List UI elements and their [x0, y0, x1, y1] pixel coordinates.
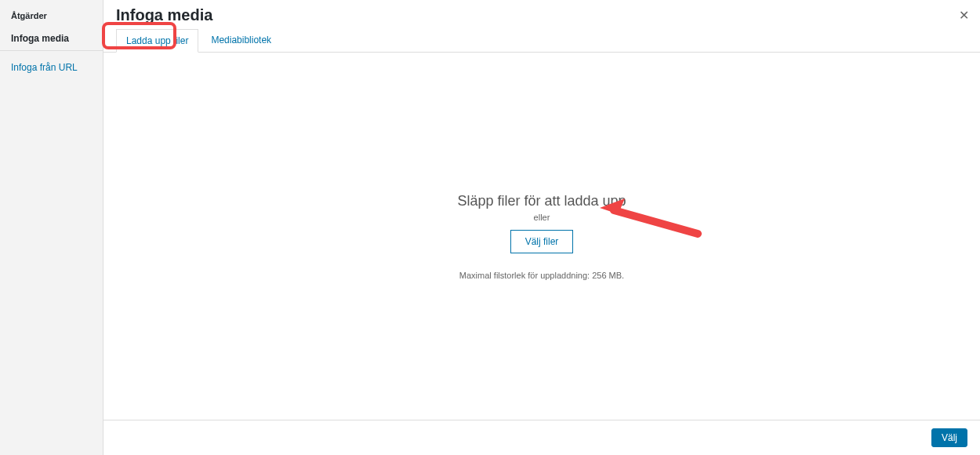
tab-label: Ladda upp filer: [126, 35, 188, 46]
footer: Välj: [103, 420, 980, 455]
page-title: Infoga media: [116, 6, 967, 29]
select-files-button[interactable]: Välj filer: [510, 230, 574, 253]
sidebar-item-label: Infoga media: [11, 33, 69, 44]
sidebar-item-insert-media[interactable]: Infoga media: [0, 27, 103, 51]
close-icon: ✕: [959, 9, 969, 22]
tab-label: Mediabibliotek: [211, 35, 271, 46]
close-button[interactable]: ✕: [956, 6, 972, 25]
sidebar-item-insert-from-url[interactable]: Infoga från URL: [0, 51, 103, 79]
tab-media-library[interactable]: Mediabibliotek: [201, 29, 281, 52]
choose-button[interactable]: Välj: [931, 428, 967, 447]
drop-subtitle: eller: [534, 213, 550, 222]
sidebar-heading: Åtgärder: [0, 8, 103, 27]
sidebar-item-label: Infoga från URL: [11, 62, 78, 73]
tab-upload-files[interactable]: Ladda upp filer: [116, 29, 198, 53]
drop-title: Släpp filer för att ladda upp: [457, 193, 626, 209]
main-header: Infoga media: [103, 0, 980, 29]
max-filesize-text: Maximal filstorlek för uppladdning: 256 …: [459, 271, 624, 280]
upload-dropzone[interactable]: Släpp filer för att ladda upp eller Välj…: [103, 53, 980, 420]
main-panel: ✕ Infoga media Ladda upp filer Mediabibl…: [103, 0, 980, 455]
sidebar: Åtgärder Infoga media Infoga från URL: [0, 0, 103, 455]
tabs: Ladda upp filer Mediabibliotek: [103, 29, 980, 53]
